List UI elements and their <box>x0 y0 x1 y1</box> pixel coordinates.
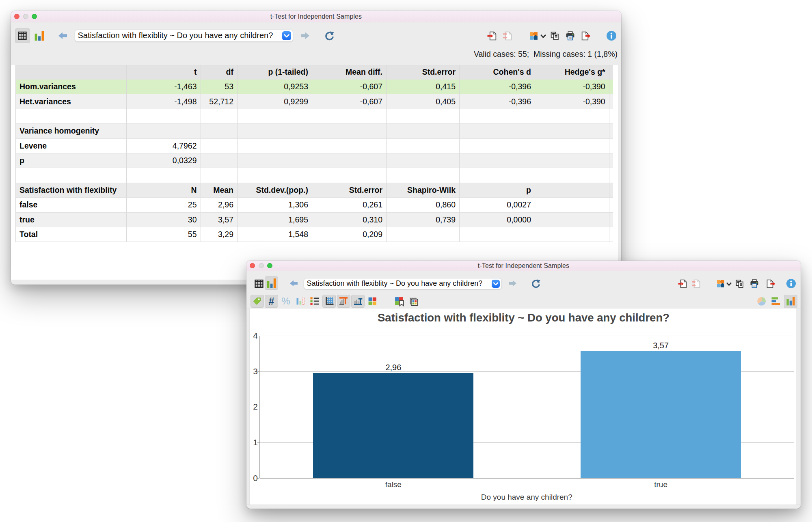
export-button[interactable] <box>580 30 591 41</box>
row-label <box>16 168 127 183</box>
refresh-button[interactable] <box>531 278 541 289</box>
bar-true[interactable] <box>581 351 741 478</box>
import-data-button[interactable] <box>691 278 701 289</box>
cell <box>609 139 613 153</box>
forward-button[interactable] <box>508 279 518 287</box>
import-document-icon <box>678 279 688 289</box>
palette-bookmark-icon <box>394 296 404 306</box>
table-row[interactable]: Satisfaction with flexiblityNMeanStd.dev… <box>16 183 613 198</box>
addons-button[interactable] <box>715 278 726 289</box>
table-icon <box>17 31 27 41</box>
print-button[interactable] <box>565 30 575 41</box>
zoom-button[interactable] <box>267 263 272 268</box>
info-icon <box>786 278 796 289</box>
axis-titles-button[interactable] <box>351 295 365 308</box>
back-button[interactable] <box>289 279 299 287</box>
pie-chart-icon <box>757 296 767 306</box>
close-button[interactable] <box>14 14 19 19</box>
value-labels-button[interactable] <box>337 295 350 308</box>
bar-false[interactable] <box>313 373 473 478</box>
percent-values-button[interactable]: % <box>279 295 293 308</box>
analysis-selector[interactable]: Satisfaction with flexiblity ~ Do you ha… <box>304 278 502 289</box>
refresh-button[interactable] <box>324 30 335 41</box>
pie-chart-button[interactable] <box>756 296 767 307</box>
table-row[interactable]: Het.variances-1,49852,7120,9299-0,6070,4… <box>16 94 613 109</box>
bar-top-labels-icon <box>339 296 348 306</box>
cell: 1,695 <box>238 213 312 227</box>
horizontal-bar-chart-button[interactable] <box>770 296 782 307</box>
table-view-button[interactable] <box>15 28 30 43</box>
save-color-scheme-button[interactable] <box>393 295 406 308</box>
selector-chevron-button[interactable] <box>492 280 500 288</box>
table-row[interactable]: p0,0329 <box>16 153 613 168</box>
titlebar[interactable]: t-Test for Independent Samples <box>11 11 621 22</box>
chart-view-button[interactable] <box>32 28 47 43</box>
table-row[interactable]: Total553,291,5480,209 <box>16 227 613 242</box>
table-row[interactable] <box>16 109 613 124</box>
copy-button[interactable] <box>549 30 560 41</box>
addons-button[interactable] <box>528 30 539 41</box>
cell: Mean diff. <box>312 65 387 80</box>
addons-menu-button[interactable] <box>539 32 547 40</box>
import-data-button[interactable] <box>502 30 513 41</box>
export-button[interactable] <box>765 278 775 289</box>
selector-chevron-button[interactable] <box>282 31 291 40</box>
missing-values-button[interactable] <box>294 295 307 308</box>
table-window: t-Test for Independent Samples Satisfact… <box>11 11 621 285</box>
zoom-button[interactable] <box>32 14 37 19</box>
cell <box>238 109 312 124</box>
chart-window: t-Test for Independent Samples Satisfact… <box>246 261 801 509</box>
bar-chart-plot: 432102,96false3,57true <box>259 336 795 479</box>
cell: 30 <box>127 213 201 227</box>
copy-button[interactable] <box>734 278 745 289</box>
cell: 0,0000 <box>460 213 535 227</box>
print-button[interactable] <box>749 278 759 289</box>
back-button[interactable] <box>57 31 68 40</box>
vertical-scrollbar[interactable] <box>618 65 621 280</box>
cell: -0,390 <box>535 80 609 94</box>
colors-button[interactable] <box>366 295 379 308</box>
table-row[interactable] <box>16 168 613 183</box>
left-gutter <box>246 308 250 505</box>
table-row[interactable]: Hom.variances-1,463530,9253-0,6070,415-0… <box>16 80 613 94</box>
absolute-values-button[interactable]: # <box>265 295 278 308</box>
import-button[interactable] <box>678 278 688 289</box>
table-row[interactable]: false252,961,3060,2610,8600,0027 <box>16 198 613 212</box>
minimize-button[interactable] <box>23 14 28 19</box>
window-title: t-Test for Independent Samples <box>11 11 621 22</box>
titlebar[interactable]: t-Test for Independent Samples <box>246 261 801 271</box>
close-button[interactable] <box>250 263 255 268</box>
vertical-bar-chart-button[interactable] <box>784 295 797 308</box>
cell <box>609 80 613 94</box>
cell <box>609 153 613 168</box>
info-button[interactable] <box>606 30 617 41</box>
chevron-down-icon <box>726 280 732 287</box>
chart-view-button[interactable] <box>265 276 278 290</box>
cell <box>238 168 312 183</box>
info-button[interactable] <box>786 278 796 289</box>
table-row[interactable]: Levene4,7962 <box>16 139 613 153</box>
import-button[interactable] <box>487 30 497 41</box>
horizontal-scrollbar[interactable] <box>246 505 801 509</box>
forward-button[interactable] <box>300 31 311 40</box>
cell <box>312 153 387 168</box>
forward-arrow-icon <box>508 280 517 287</box>
table-view-button[interactable] <box>252 277 266 290</box>
legend-button[interactable] <box>308 295 322 308</box>
minimize-button[interactable] <box>259 263 264 268</box>
chart-title: Satisfaction with flexiblity ~ Do you ha… <box>246 312 801 324</box>
labels-toggle-button[interactable] <box>251 295 264 308</box>
analysis-selector[interactable]: Satisfaction with flexiblity ~ Do you ha… <box>75 30 293 42</box>
table-row[interactable]: Variance homogenity <box>16 124 613 138</box>
table-row[interactable]: true303,571,6950,3100,7390,0000 <box>16 213 613 227</box>
cell: 55 <box>127 227 201 242</box>
row-label: Hom.variances <box>16 80 127 94</box>
vertical-scrollbar[interactable] <box>796 308 801 505</box>
cell: 3,29 <box>201 227 238 242</box>
color-scheme-manager-button[interactable] <box>407 295 420 308</box>
cell: Std.dev.(pop.) <box>238 183 312 198</box>
percent-icon: % <box>281 296 290 306</box>
gridlines-button[interactable] <box>322 295 336 308</box>
bar-chart-icon <box>266 278 276 288</box>
addons-menu-button[interactable] <box>725 280 732 287</box>
